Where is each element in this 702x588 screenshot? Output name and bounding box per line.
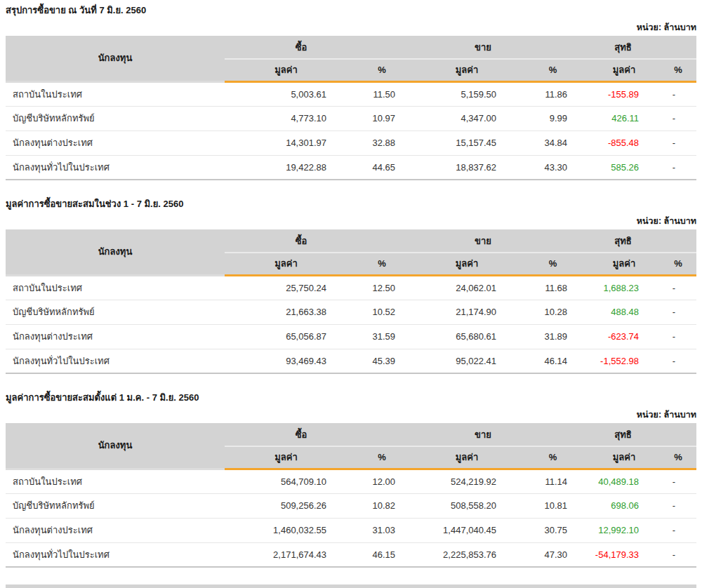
section-title: มูลค่าการซื้อขายสะสมตั้งแต่ 1 ม.ค. - 7 ม… [6, 391, 696, 403]
col-header-sell-percent: % [517, 59, 588, 81]
col-header-net-value: มูลค่า [588, 446, 660, 469]
net-value-cell: 698.06 [588, 493, 660, 518]
buy-value-cell: 14,301.97 [225, 131, 347, 155]
net-value-cell: 426.11 [588, 106, 660, 131]
investor-name-cell: นักลงทุนทั่วไปในประเทศ [6, 349, 225, 373]
sell-value-cell: 95,022.41 [416, 349, 517, 373]
table-row: นักลงทุนต่างประเทศ14,301.9732.8815,157.4… [6, 131, 696, 155]
ytd-table-body: สถาบันในประเทศ564,709.1012.00524,219.921… [6, 469, 696, 567]
sell-percent-cell: 11.14 [517, 469, 588, 493]
daily-table-body: สถาบันในประเทศ5,003.6111.505,159.5011.86… [6, 81, 696, 180]
net-percent-cell: - [660, 155, 696, 180]
net-percent-cell: - [660, 106, 696, 131]
col-header-sell: ขาย [416, 423, 588, 446]
col-header-buy-value: มูลค่า [225, 253, 347, 275]
investor-name-cell: นักลงทุนต่างประเทศ [6, 518, 225, 542]
net-percent-cell: - [660, 518, 696, 542]
table-row: บัญชีบริษัทหลักทรัพย์509,256.2610.82508,… [6, 493, 696, 518]
net-percent-cell: - [660, 300, 696, 324]
unit-label: หน่วย: ล้านบาท [6, 216, 696, 227]
sell-percent-cell: 46.14 [517, 349, 588, 373]
col-header-buy: ซื้อ [225, 36, 416, 59]
sell-value-cell: 2,225,853.76 [416, 542, 517, 567]
col-header-investor: นักลงทุน [6, 423, 225, 469]
net-value-cell: -155.89 [588, 81, 660, 106]
sell-value-cell: 5,159.50 [416, 81, 517, 106]
net-value-cell: -855.48 [588, 131, 660, 155]
table-row: นักลงทุนต่างประเทศ65,056.8731.5965,680.6… [6, 324, 696, 349]
net-value-cell: 1,688.23 [588, 275, 660, 300]
col-header-buy: ซื้อ [225, 423, 416, 446]
sell-percent-cell: 11.86 [517, 81, 588, 106]
col-header-net-percent: % [660, 446, 696, 469]
sell-percent-cell: 43.30 [517, 155, 588, 180]
investor-name-cell: นักลงทุนทั่วไปในประเทศ [6, 155, 225, 180]
buy-value-cell: 4,773.10 [225, 106, 347, 131]
col-header-buy: ซื้อ [225, 229, 416, 253]
col-header-buy-percent: % [347, 446, 416, 469]
table-header: นักลงทุน ซื้อ ขาย สุทธิ มูลค่า % มูลค่า … [6, 229, 696, 275]
sell-percent-cell: 9.99 [517, 106, 588, 131]
investor-name-cell: สถาบันในประเทศ [6, 275, 225, 300]
sell-value-cell: 524,219.92 [416, 469, 517, 493]
table-row: บัญชีบริษัทหลักทรัพย์21,663.3810.5221,17… [6, 300, 696, 324]
col-header-sell-percent: % [517, 446, 588, 469]
investor-name-cell: นักลงทุนทั่วไปในประเทศ [6, 542, 225, 567]
net-percent-cell: - [660, 349, 696, 373]
table-row: นักลงทุนทั่วไปในประเทศ93,469.4345.3995,0… [6, 349, 696, 373]
buy-value-cell: 509,256.26 [225, 493, 347, 518]
col-header-net-value: มูลค่า [588, 59, 660, 81]
buy-value-cell: 21,663.38 [225, 300, 347, 324]
sell-value-cell: 1,447,040.45 [416, 518, 517, 542]
table-row: นักลงทุนทั่วไปในประเทศ2,171,674.4346.152… [6, 542, 696, 567]
net-percent-cell: - [660, 324, 696, 349]
investor-name-cell: นักลงทุนต่างประเทศ [6, 131, 225, 155]
section-accumulated-week: มูลค่าการซื้อขายสะสมในช่วง 1 - 7 มิ.ย. 2… [6, 197, 696, 374]
buy-value-cell: 25,750.24 [225, 275, 347, 300]
table-header: นักลงทุน ซื้อ ขาย สุทธิ มูลค่า % มูลค่า … [6, 36, 696, 81]
col-header-investor: นักลงทุน [6, 36, 225, 81]
buy-value-cell: 564,709.10 [225, 469, 347, 493]
net-value-cell: 585.26 [588, 155, 660, 180]
sell-percent-cell: 31.89 [517, 324, 588, 349]
buy-percent-cell: 10.82 [347, 493, 416, 518]
ytd-trading-table: นักลงทุน ซื้อ ขาย สุทธิ มูลค่า % มูลค่า … [6, 423, 696, 568]
table-row: สถาบันในประเทศ25,750.2412.5024,062.0111.… [6, 275, 696, 300]
buy-percent-cell: 32.88 [347, 131, 416, 155]
table-row: นักลงทุนต่างประเทศ1,460,032.5531.031,447… [6, 518, 696, 542]
sell-value-cell: 508,558.20 [416, 493, 517, 518]
col-header-net-percent: % [660, 253, 696, 275]
investor-name-cell: บัญชีบริษัทหลักทรัพย์ [6, 106, 225, 131]
net-value-cell: 12,992.10 [588, 518, 660, 542]
col-header-buy-value: มูลค่า [225, 59, 347, 81]
net-percent-cell: - [660, 275, 696, 300]
sell-value-cell: 18,837.62 [416, 155, 517, 180]
col-header-sell-value: มูลค่า [416, 446, 517, 469]
buy-value-cell: 19,422.88 [225, 155, 347, 180]
section-title: มูลค่าการซื้อขายสะสมในช่วง 1 - 7 มิ.ย. 2… [6, 197, 696, 210]
sell-percent-cell: 47.30 [517, 542, 588, 567]
section-title: สรุปการซื้อขาย ณ วันที่ 7 มิ.ย. 2560 [6, 4, 696, 16]
col-header-sell-percent: % [517, 253, 588, 275]
buy-value-cell: 65,056.87 [225, 324, 347, 349]
net-value-cell: -1,552.98 [588, 349, 660, 373]
buy-percent-cell: 44.65 [347, 155, 416, 180]
table-row: สถาบันในประเทศ5,003.6111.505,159.5011.86… [6, 81, 696, 106]
buy-percent-cell: 10.52 [347, 300, 416, 324]
sell-percent-cell: 34.84 [517, 131, 588, 155]
col-header-buy-percent: % [347, 253, 416, 275]
investor-name-cell: สถาบันในประเทศ [6, 81, 225, 106]
sell-value-cell: 65,680.61 [416, 324, 517, 349]
buy-percent-cell: 31.03 [347, 518, 416, 542]
net-percent-cell: - [660, 493, 696, 518]
buy-percent-cell: 10.97 [347, 106, 416, 131]
buy-value-cell: 2,171,674.43 [225, 542, 347, 567]
net-percent-cell: - [660, 81, 696, 106]
next-table-header-strip [6, 584, 696, 588]
net-value-cell: 40,489.18 [588, 469, 660, 493]
col-header-sell: ขาย [416, 229, 588, 253]
sell-percent-cell: 30.75 [517, 518, 588, 542]
investor-name-cell: บัญชีบริษัทหลักทรัพย์ [6, 493, 225, 518]
trading-summary-page: สรุปการซื้อขาย ณ วันที่ 7 มิ.ย. 2560 หน่… [0, 0, 702, 588]
sell-value-cell: 4,347.00 [416, 106, 517, 131]
